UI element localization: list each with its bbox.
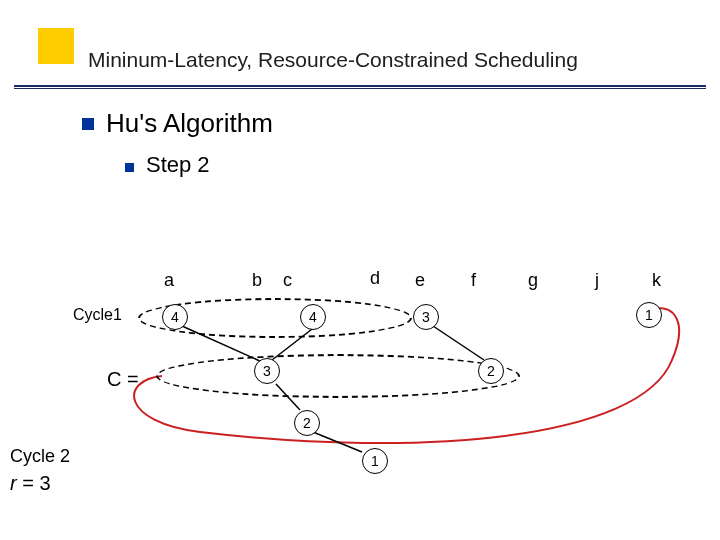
cycle1-label: Cycle1 xyxy=(73,306,122,324)
divider-line-thin xyxy=(14,88,706,89)
label-j: j xyxy=(595,270,599,291)
divider-line xyxy=(14,85,706,87)
node-bot: 1 xyxy=(362,448,388,474)
label-d: d xyxy=(370,268,380,289)
cycle2-label: Cycle 2 xyxy=(10,446,70,467)
label-k: k xyxy=(652,270,661,291)
node-f: 2 xyxy=(478,358,504,384)
node-k: 1 xyxy=(636,302,662,328)
label-g: g xyxy=(528,270,538,291)
label-c: c xyxy=(283,270,292,291)
label-a: a xyxy=(164,270,174,291)
cycle2-ellipse xyxy=(156,354,520,398)
slide-title: Mininum-Latency, Resource-Constrained Sc… xyxy=(88,48,578,72)
r-equals-label: r = 3 xyxy=(10,472,51,495)
bullet-level2 xyxy=(125,163,134,172)
c-equals-label: C = xyxy=(107,368,139,391)
heading-level2: Step 2 xyxy=(146,152,210,178)
bullet-level1 xyxy=(82,118,94,130)
node-c: 3 xyxy=(254,358,280,384)
node-a: 4 xyxy=(162,304,188,330)
label-f: f xyxy=(471,270,476,291)
node-e: 3 xyxy=(413,304,439,330)
heading-level1: Hu's Algorithm xyxy=(106,108,273,139)
node-mid: 2 xyxy=(294,410,320,436)
label-b: b xyxy=(252,270,262,291)
label-e: e xyxy=(415,270,425,291)
accent-square xyxy=(38,28,74,64)
node-d: 4 xyxy=(300,304,326,330)
red-curve xyxy=(0,0,720,540)
